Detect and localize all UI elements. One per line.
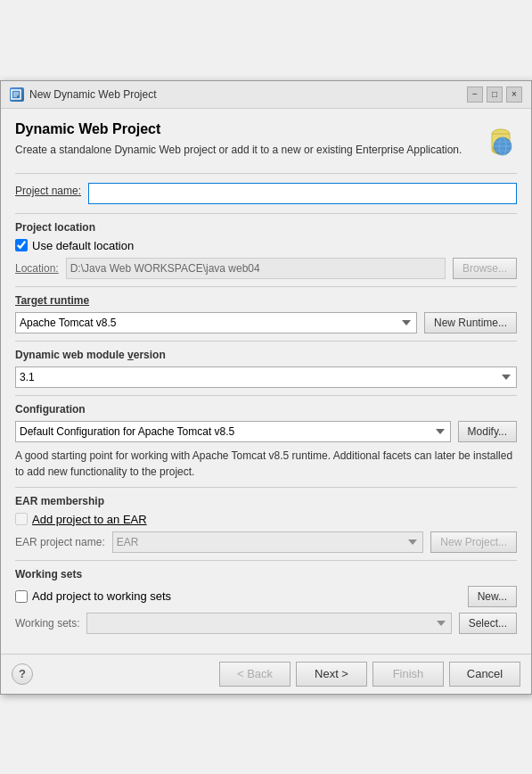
header-text-area: Dynamic Web Project Create a standalone … [15, 121, 465, 158]
web-project-icon [474, 121, 517, 164]
use-default-location-row: Use default location [15, 239, 517, 252]
next-button[interactable]: Next > [296, 662, 367, 687]
configuration-section: Configuration Default Configuration for … [15, 395, 517, 480]
window-controls: − □ × [467, 86, 522, 103]
browse-button[interactable]: Browse... [453, 258, 517, 279]
project-location-title: Project location [15, 221, 517, 234]
working-sets-row: Working sets: Select... [15, 613, 517, 634]
configuration-info: A good starting point for working with A… [15, 448, 517, 480]
dialog-content: Dynamic Web Project Create a standalone … [1, 109, 531, 654]
use-default-location-label[interactable]: Use default location [32, 239, 134, 252]
new-project-button[interactable]: New Project... [430, 531, 517, 553]
finish-button[interactable]: Finish [372, 662, 444, 687]
add-to-working-sets-label[interactable]: Add project to working sets [32, 589, 171, 603]
ear-project-label: EAR project name: [15, 536, 105, 548]
web-module-version-title: Dynamic web module version [15, 349, 517, 361]
web-module-version-section: Dynamic web module version 3.1 3.0 2.5 2… [15, 341, 517, 388]
target-runtime-dropdown[interactable]: Apache Tomcat v8.5 Apache Tomcat v7.0 No… [15, 312, 417, 333]
project-name-row: Project name: [15, 183, 517, 204]
header-divider [15, 173, 517, 174]
page-title: Dynamic Web Project [15, 121, 465, 137]
web-module-version-row: 3.1 3.0 2.5 2.4 [15, 366, 517, 388]
window-title: New Dynamic Web Project [29, 88, 462, 101]
new-working-set-button[interactable]: New... [468, 586, 517, 607]
working-sets-title: Working sets [15, 568, 517, 580]
dialog-window: New Dynamic Web Project − □ × Dynamic We… [0, 80, 532, 695]
add-to-ear-checkbox[interactable] [15, 513, 28, 525]
project-name-section: Project name: [15, 183, 517, 204]
maximize-button[interactable]: □ [487, 86, 503, 103]
ear-project-row: EAR project name: EAR New Project... [15, 531, 517, 553]
ear-membership-section: EAR membership Add project to an EAR EAR… [15, 487, 517, 553]
new-working-set-label: New... [478, 590, 507, 603]
footer-buttons: < Back Next > Finish Cancel [219, 662, 520, 687]
web-module-version-dropdown[interactable]: 3.1 3.0 2.5 2.4 [15, 366, 517, 388]
dialog-footer: ? < Back Next > Finish Cancel [1, 654, 531, 694]
project-name-label: Project name: [15, 185, 81, 197]
configuration-title: Configuration [15, 403, 517, 416]
project-name-input[interactable] [88, 183, 517, 204]
close-button[interactable]: × [506, 86, 522, 103]
add-to-working-sets-row: Add project to working sets [15, 589, 171, 603]
working-sets-field-label: Working sets: [15, 617, 79, 630]
location-input[interactable] [66, 258, 446, 279]
project-location-section: Project location Use default location Lo… [15, 213, 517, 279]
title-bar: New Dynamic Web Project − □ × [1, 81, 531, 109]
page-header: Dynamic Web Project Create a standalone … [15, 121, 517, 164]
select-working-set-button[interactable]: Select... [459, 613, 517, 634]
target-runtime-section: Target runtime Apache Tomcat v8.5 Apache… [15, 286, 517, 333]
add-to-ear-row: Add project to an EAR [15, 513, 517, 526]
help-button[interactable]: ? [12, 663, 33, 685]
working-sets-section: Working sets Add project to working sets… [15, 560, 517, 634]
target-runtime-title: Target runtime [15, 294, 517, 307]
add-to-working-sets-checkbox[interactable] [15, 590, 28, 603]
location-row: Location: Browse... [15, 258, 517, 279]
use-default-location-checkbox[interactable] [15, 239, 28, 251]
page-description: Create a standalone Dynamic Web project … [15, 143, 465, 158]
target-runtime-row: Apache Tomcat v8.5 Apache Tomcat v7.0 No… [15, 312, 517, 333]
new-runtime-button[interactable]: New Runtime... [424, 312, 517, 333]
window-icon [10, 87, 24, 102]
ear-project-dropdown[interactable]: EAR [112, 531, 424, 553]
configuration-row: Default Configuration for Apache Tomcat … [15, 421, 517, 442]
location-label: Location: [15, 262, 59, 275]
back-button[interactable]: < Back [219, 662, 291, 687]
working-sets-dropdown[interactable] [86, 613, 451, 634]
configuration-dropdown[interactable]: Default Configuration for Apache Tomcat … [15, 421, 451, 442]
ear-membership-title: EAR membership [15, 495, 517, 507]
add-to-ear-label: Add project to an EAR [32, 513, 147, 526]
minimize-button[interactable]: − [467, 86, 483, 103]
modify-button[interactable]: Modify... [458, 421, 517, 442]
cancel-button[interactable]: Cancel [449, 662, 520, 687]
